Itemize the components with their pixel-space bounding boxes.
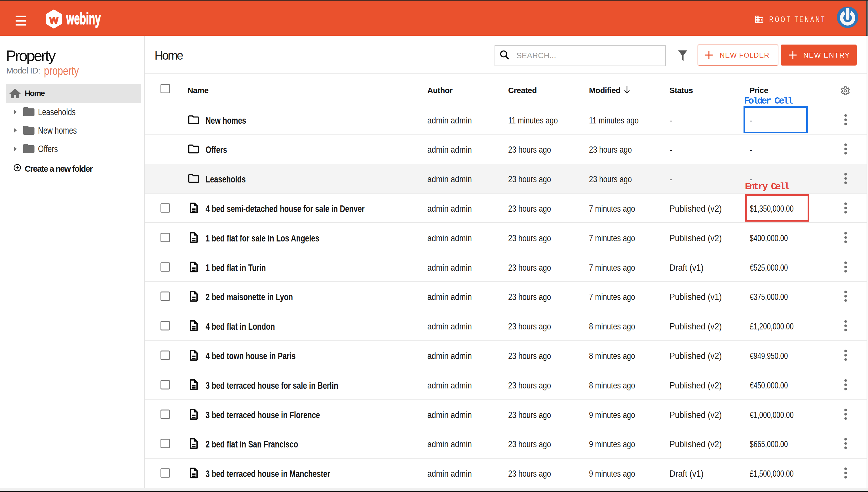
svg-text:w: w: [49, 13, 58, 26]
